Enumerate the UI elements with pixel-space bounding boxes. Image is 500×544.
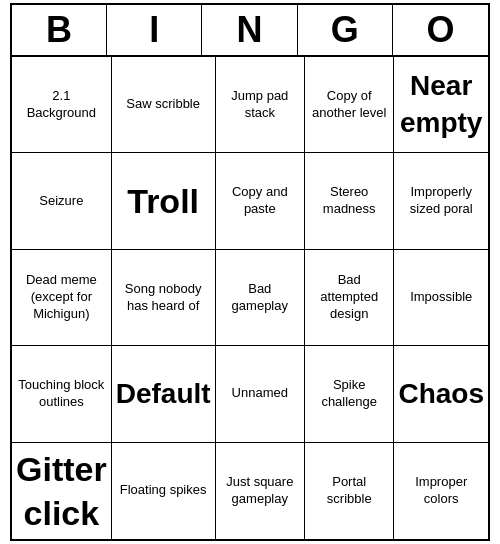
bingo-cell-11: Song nobody has heard of xyxy=(112,250,216,346)
bingo-grid: 2.1 BackgroundSaw scribbleJump pad stack… xyxy=(12,57,488,539)
header-letter-N: N xyxy=(202,5,297,55)
bingo-cell-12: Bad gameplay xyxy=(216,250,305,346)
bingo-cell-22: Just square gameplay xyxy=(216,443,305,539)
bingo-cell-10: Dead meme (except for Michigun) xyxy=(12,250,112,346)
bingo-cell-18: Spike challenge xyxy=(305,346,394,442)
bingo-cell-24: Improper colors xyxy=(394,443,488,539)
bingo-cell-14: Impossible xyxy=(394,250,488,346)
bingo-header: BINGO xyxy=(12,5,488,57)
header-letter-I: I xyxy=(107,5,202,55)
bingo-cell-3: Copy of another level xyxy=(305,57,394,153)
bingo-cell-19: Chaos xyxy=(394,346,488,442)
bingo-cell-5: Seizure xyxy=(12,153,112,249)
bingo-cell-20: Gitter click xyxy=(12,443,112,539)
bingo-cell-13: Bad attempted design xyxy=(305,250,394,346)
bingo-cell-2: Jump pad stack xyxy=(216,57,305,153)
header-letter-O: O xyxy=(393,5,488,55)
bingo-cell-7: Copy and paste xyxy=(216,153,305,249)
header-letter-G: G xyxy=(298,5,393,55)
bingo-cell-8: Stereo madness xyxy=(305,153,394,249)
bingo-cell-4: Near empty xyxy=(394,57,488,153)
bingo-cell-0: 2.1 Background xyxy=(12,57,112,153)
bingo-cell-6: Troll xyxy=(112,153,216,249)
bingo-cell-21: Floating spikes xyxy=(112,443,216,539)
bingo-cell-16: Default xyxy=(112,346,216,442)
bingo-cell-17: Unnamed xyxy=(216,346,305,442)
bingo-cell-1: Saw scribble xyxy=(112,57,216,153)
bingo-cell-23: Portal scribble xyxy=(305,443,394,539)
header-letter-B: B xyxy=(12,5,107,55)
bingo-cell-9: Improperly sized poral xyxy=(394,153,488,249)
bingo-cell-15: Touching block outlines xyxy=(12,346,112,442)
bingo-card: BINGO 2.1 BackgroundSaw scribbleJump pad… xyxy=(10,3,490,541)
